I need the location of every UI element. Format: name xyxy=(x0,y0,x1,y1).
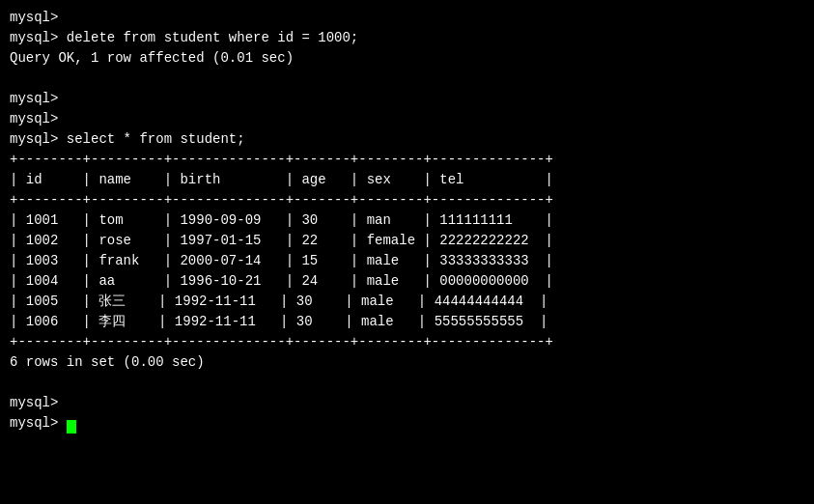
table-row-1001: | 1001 | tom | 1990-09-09 | 30 | man | 1… xyxy=(10,210,804,231)
table-header: | id | name | birth | age | sex | tel | xyxy=(10,170,804,190)
table-row-1004: | 1004 | aa | 1996-10-21 | 24 | male | 0… xyxy=(10,271,804,292)
terminal-window: mysql> mysql> delete from student where … xyxy=(10,8,804,434)
line-blank-1 xyxy=(10,69,804,89)
table-row-1002: | 1002 | rose | 1997-01-15 | 22 | female… xyxy=(10,231,804,251)
line-3: Query OK, 1 row affected (0.01 sec) xyxy=(10,48,804,69)
line-6-command: mysql> select * from student; xyxy=(10,129,804,150)
table-border-header: +--------+---------+--------------+-----… xyxy=(10,190,804,210)
table-row-1005: | 1005 | 张三 | 1992-11-11 | 30 | male | 4… xyxy=(10,292,804,312)
table-row-1006: | 1006 | 李四 | 1992-11-11 | 30 | male | 5… xyxy=(10,312,804,332)
line-prompt-1: mysql> xyxy=(10,393,804,413)
row-count: 6 rows in set (0.00 sec) xyxy=(10,352,804,373)
line-prompt-cursor: mysql> xyxy=(10,413,804,434)
table-border-bottom: +--------+---------+--------------+-----… xyxy=(10,332,804,352)
line-5: mysql> xyxy=(10,109,804,129)
line-1: mysql> xyxy=(10,8,804,28)
line-blank-2 xyxy=(10,373,804,393)
table-border-top: +--------+---------+--------------+-----… xyxy=(10,150,804,170)
table-row-1003: | 1003 | frank | 2000-07-14 | 15 | male … xyxy=(10,251,804,271)
line-2: mysql> delete from student where id = 10… xyxy=(10,28,804,48)
line-4: mysql> xyxy=(10,89,804,109)
cursor-block xyxy=(67,420,76,434)
